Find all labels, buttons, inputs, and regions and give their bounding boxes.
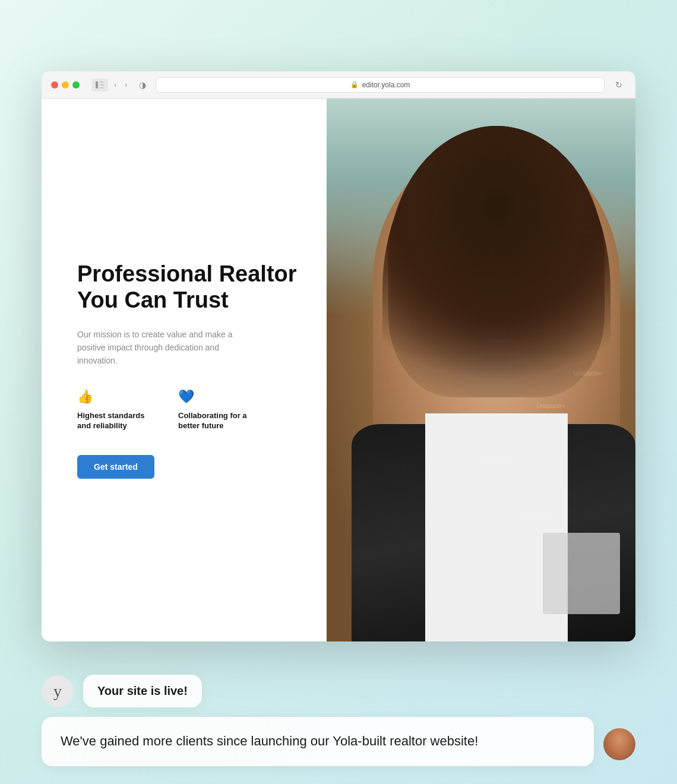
close-button[interactable] [51,81,58,88]
address-bar[interactable]: 🔒 editor.yola.com [156,77,605,93]
url-text: editor.yola.com [362,81,410,89]
watermark-3: Unsplash+ [487,337,515,344]
svg-rect-1 [99,81,104,83]
chat-bubble-1: Your site is live! [83,675,202,707]
maximize-button[interactable] [72,81,80,88]
minimize-button[interactable] [62,81,69,88]
svg-rect-0 [96,81,98,88]
hero-photo: Unsplash+ Unsplash+ Unsplash+ Unsplash+ … [327,99,635,641]
hero-description: Our mission is to create value and make … [77,328,243,368]
watermark-2: Unsplash+ [530,272,559,279]
browser-chrome: ‹ › ◑ 🔒 editor.yola.com ↻ [42,71,635,99]
thumbs-up-icon: 👍 [77,389,154,404]
feature-collaboration: 💙 Collaborating for a better future [178,389,255,431]
forward-button[interactable]: › [122,80,129,90]
get-started-button[interactable]: Get started [77,455,154,479]
chat-row-1: y Your site is live! [42,675,635,707]
yola-avatar: y [42,675,74,707]
chat-row-2: We've gained more clients since launchin… [42,717,635,766]
browser-controls: ‹ › [91,78,129,91]
watermark-6: Unsplash+ [524,511,553,518]
svg-rect-2 [99,84,104,86]
hero-image-panel: Unsplash+ Unsplash+ Unsplash+ Unsplash+ … [327,99,635,641]
security-icon: ◑ [137,79,148,91]
watermark-1: Unsplash+ [481,207,510,214]
feature-standards-label: Highest standards and reliability [77,410,154,431]
browser-window: ‹ › ◑ 🔒 editor.yola.com ↻ Professional R… [42,71,635,641]
svg-rect-3 [99,87,104,88]
heart-icon: 💙 [178,389,255,404]
feature-standards: 👍 Highest standards and reliability [77,389,154,431]
feature-collaboration-label: Collaborating for a better future [178,410,255,431]
user-avatar-image [603,728,635,760]
hero-panel: Professional Realtor You Can Trust Our m… [42,99,327,641]
features-row: 👍 Highest standards and reliability 💙 Co… [77,389,297,431]
lock-icon: 🔒 [350,81,359,88]
back-button[interactable]: ‹ [112,80,119,90]
watermark-4: Unsplash+ [537,403,565,409]
chat-bubble-2: We've gained more clients since launchin… [42,717,594,766]
watermark-5: Unsplash+ [481,457,510,463]
chat-section: y Your site is live! We've gained more c… [42,675,635,766]
reload-button[interactable]: ↻ [612,78,626,92]
browser-content: Professional Realtor You Can Trust Our m… [42,99,635,641]
user-avatar [603,728,635,760]
sidebar-toggle-button[interactable] [91,78,108,91]
hero-title: Professional Realtor You Can Trust [77,261,297,313]
traffic-lights [51,81,80,88]
watermark-8: Unsplash+ [574,370,602,377]
watermark-7: Unsplash+ [568,229,596,235]
photo-laptop [543,533,620,614]
